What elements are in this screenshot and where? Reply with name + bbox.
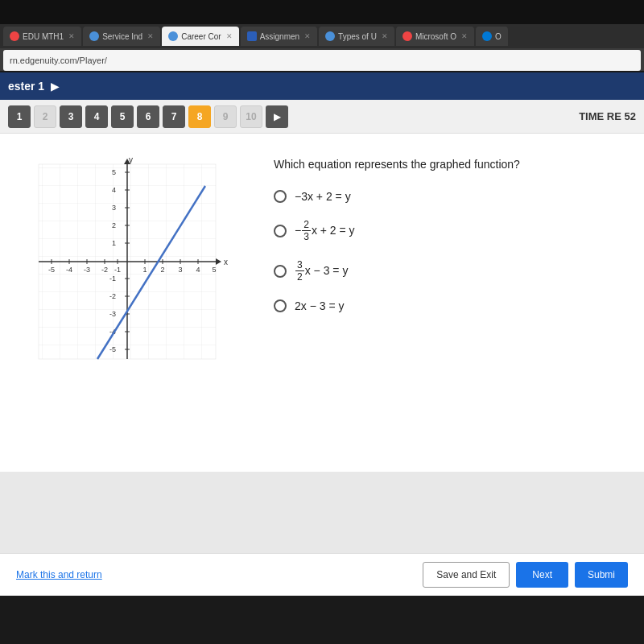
question-text: Which equation represents the graphed fu… <box>274 158 620 171</box>
svg-text:-3: -3 <box>109 310 116 318</box>
word-icon <box>247 31 257 41</box>
svg-text:3: 3 <box>112 204 116 212</box>
tab-assignment[interactable]: Assignmen ✕ <box>241 27 317 46</box>
bottom-bar: Mark this and return Save and Exit Next … <box>0 553 644 596</box>
microsoft-icon <box>402 31 412 41</box>
top-bezel <box>0 0 644 24</box>
timer-label: TIME RE <box>579 110 621 122</box>
next-button[interactable]: Next <box>516 562 568 588</box>
question-bar: 1 2 3 4 5 6 7 8 9 10 ▶ TIME RE 52 <box>0 100 644 134</box>
cursor-indicator: ▶ <box>51 80 60 93</box>
radio-c[interactable] <box>274 265 287 278</box>
coordinate-graph: -5 -4 -3 -2 -1 1 2 3 4 5 x 5 4 3 2 1 -1 … <box>24 150 233 383</box>
option-text-c: 32x − 3 = y <box>295 259 348 283</box>
edgenuity-icon <box>10 31 19 41</box>
mark-return-link[interactable]: Mark this and return <box>16 569 102 580</box>
q-num-7[interactable]: 7 <box>163 105 185 128</box>
radio-a[interactable] <box>274 190 287 203</box>
submit-button[interactable]: Submi <box>575 562 628 588</box>
svg-text:1: 1 <box>142 266 147 274</box>
tab-outlook[interactable]: O <box>476 27 508 46</box>
radio-d[interactable] <box>274 299 287 312</box>
browser-chrome: EDU MTH1 ✕ Service Ind ✕ Career Cor ✕ As… <box>0 24 644 71</box>
tab-edumth[interactable]: EDU MTH1 ✕ <box>3 27 81 46</box>
svg-text:-3: -3 <box>84 266 90 274</box>
svg-text:-1: -1 <box>114 266 121 274</box>
q-num-9[interactable]: 9 <box>214 105 237 128</box>
save-exit-button[interactable]: Save and Exit <box>423 562 510 588</box>
svg-text:3: 3 <box>178 266 182 274</box>
answer-option-d[interactable]: 2x − 3 = y <box>274 299 620 312</box>
svg-text:5: 5 <box>212 266 216 274</box>
svg-text:5: 5 <box>112 168 116 176</box>
q-num-4[interactable]: 4 <box>85 105 108 128</box>
svg-text:4: 4 <box>112 186 116 194</box>
bottom-bezel <box>0 596 644 644</box>
answer-option-c[interactable]: 32x − 3 = y <box>274 259 620 283</box>
career-icon <box>168 31 178 41</box>
fraction-b: 23 <box>302 219 311 243</box>
svg-text:-1: -1 <box>109 275 116 283</box>
answer-option-b[interactable]: −23x + 2 = y <box>274 219 620 243</box>
option-text-d: 2x − 3 = y <box>295 299 344 312</box>
tab-types[interactable]: Types of U ✕ <box>319 27 394 46</box>
q-num-8[interactable]: 8 <box>188 105 211 128</box>
question-section: Which equation represents the graphed fu… <box>274 150 620 456</box>
svg-marker-3 <box>216 258 221 265</box>
address-bar[interactable]: rn.edgenuity.com/Player/ <box>3 50 641 71</box>
svg-text:-2: -2 <box>109 292 116 300</box>
option-text-a: −3x + 2 = y <box>295 190 351 203</box>
tab-bar: EDU MTH1 ✕ Service Ind ✕ Career Cor ✕ As… <box>0 24 644 48</box>
svg-text:-5: -5 <box>109 345 116 353</box>
q-num-2[interactable]: 2 <box>34 105 56 128</box>
svg-text:-5: -5 <box>48 266 55 274</box>
q-num-6[interactable]: 6 <box>137 105 159 128</box>
svg-text:2: 2 <box>160 266 164 274</box>
svg-text:-2: -2 <box>101 266 108 274</box>
q-num-5[interactable]: 5 <box>111 105 134 128</box>
content-area: -5 -4 -3 -2 -1 1 2 3 4 5 x 5 4 3 2 1 -1 … <box>0 134 644 472</box>
timer-area: TIME RE 52 <box>579 110 636 122</box>
fraction-c: 32 <box>295 259 304 283</box>
types-icon <box>325 31 335 41</box>
nav-title: ester 1 <box>8 80 44 93</box>
svg-text:4: 4 <box>196 266 200 274</box>
radio-b[interactable] <box>274 225 287 237</box>
outlook-icon <box>482 31 492 41</box>
q-num-3[interactable]: 3 <box>60 105 82 128</box>
svg-text:x: x <box>224 258 228 266</box>
question-numbers: 1 2 3 4 5 6 7 8 9 10 ▶ <box>8 105 288 128</box>
tab-microsoft[interactable]: Microsoft O ✕ <box>396 27 474 46</box>
answer-option-a[interactable]: −3x + 2 = y <box>274 190 620 203</box>
graph-container: -5 -4 -3 -2 -1 1 2 3 4 5 x 5 4 3 2 1 -1 … <box>24 150 233 375</box>
svg-text:-4: -4 <box>66 266 72 274</box>
tab-career[interactable]: Career Cor ✕ <box>162 27 238 46</box>
svg-text:y: y <box>129 155 133 164</box>
option-text-b: −23x + 2 = y <box>295 219 355 243</box>
bottom-buttons: Save and Exit Next Submi <box>423 562 628 588</box>
timer-value: 52 <box>625 110 636 122</box>
graph-section: -5 -4 -3 -2 -1 1 2 3 4 5 x 5 4 3 2 1 -1 … <box>24 150 250 456</box>
svg-text:1: 1 <box>112 239 116 247</box>
tab-service[interactable]: Service Ind ✕ <box>83 27 160 46</box>
svg-text:2: 2 <box>112 221 116 229</box>
next-page-arrow[interactable]: ▶ <box>266 105 288 128</box>
nav-bar: ester 1 ▶ <box>0 72 644 100</box>
q-num-10[interactable]: 10 <box>240 105 262 128</box>
service-icon <box>89 31 99 41</box>
q-num-1[interactable]: 1 <box>8 105 31 128</box>
